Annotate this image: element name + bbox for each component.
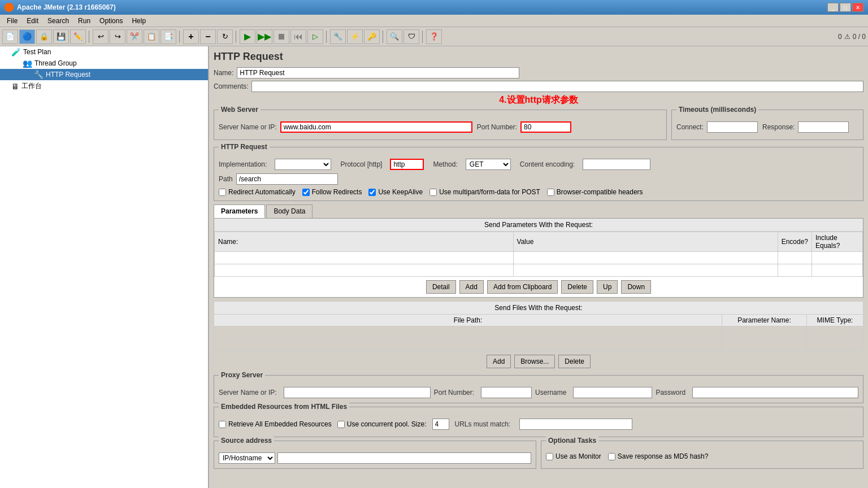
menu-run[interactable]: Run <box>73 16 95 26</box>
toolbar-function-helper[interactable]: 🛡 <box>403 29 419 44</box>
path-input[interactable] <box>236 173 338 185</box>
down-button[interactable]: Down <box>621 280 651 294</box>
server-label: Server Name or IP: <box>219 123 277 131</box>
source-row: IP/Hostname <box>219 452 531 464</box>
proxy-port-input[interactable] <box>481 387 532 398</box>
proxy-title: Proxy Server <box>219 371 265 379</box>
toolbar-new[interactable]: 📄 <box>2 29 18 44</box>
tab-body-data[interactable]: Body Data <box>266 204 313 218</box>
add-button[interactable]: Add <box>459 280 484 294</box>
menu-file[interactable]: File <box>2 16 22 26</box>
md5-checkbox[interactable] <box>608 453 615 460</box>
toolbar-stop[interactable]: ⏹ <box>274 29 289 44</box>
toolbar-copy[interactable]: 📋 <box>144 29 159 44</box>
file-add-button[interactable]: Add <box>487 355 511 368</box>
toolbar-open[interactable]: 🔵 <box>19 29 35 44</box>
add-clipboard-button[interactable]: Add from Clipboard <box>487 280 558 294</box>
col-encode: Encode? <box>778 232 811 252</box>
menu-options[interactable]: Options <box>95 16 127 26</box>
name-label: Name: <box>214 69 233 77</box>
connect-input[interactable] <box>707 121 758 133</box>
monitor-checkbox[interactable] <box>546 453 553 460</box>
concurrent-size-input[interactable] <box>432 419 449 430</box>
toolbar-clear[interactable]: ⚡ <box>347 29 363 44</box>
tree-test-plan[interactable]: 🧪 Test Plan <box>0 46 208 58</box>
separator-1 <box>89 30 90 43</box>
implementation-select[interactable] <box>275 159 331 170</box>
toolbar-save-template[interactable]: 🔒 <box>36 29 52 44</box>
follow-redirects-checkbox[interactable] <box>302 189 310 196</box>
source-address-input[interactable] <box>277 452 531 464</box>
urls-match-input[interactable] <box>519 419 632 430</box>
file-browse-button[interactable]: Browse... <box>514 355 555 368</box>
toolbar-toggle[interactable]: ↻ <box>217 29 233 44</box>
tree-http-request[interactable]: 🔧 HTTP Request <box>0 69 208 80</box>
name-input[interactable] <box>237 67 519 79</box>
file-btn-row: Add Browse... Delete <box>214 351 863 372</box>
toolbar-remove[interactable]: − <box>200 29 216 44</box>
method-select[interactable]: GET <box>466 159 511 170</box>
protocol-label: Protocol [http] <box>340 160 382 168</box>
web-server-title: Web Server <box>219 106 261 114</box>
server-row: Server Name or IP: Port Number: <box>219 121 662 133</box>
name-row: Name: <box>214 67 863 79</box>
comments-row: Comments: <box>214 81 863 92</box>
up-button[interactable]: Up <box>597 280 618 294</box>
browser-compat-label: Browser-compatible headers <box>557 188 643 196</box>
retrieve-checkbox[interactable] <box>219 421 226 428</box>
toolbar-save[interactable]: 💾 <box>53 29 69 44</box>
menu-edit[interactable]: Edit <box>22 16 43 26</box>
tree-thread-group[interactable]: 👥 Thread Group <box>0 58 208 69</box>
protocol-input[interactable] <box>390 159 424 170</box>
toolbar-add[interactable]: + <box>183 29 199 44</box>
toolbar-start-nopauses[interactable]: ▶▶ <box>257 29 272 44</box>
file-delete-button[interactable]: Delete <box>558 355 591 368</box>
embedded-title: Embedded Resources from HTML Files <box>219 403 349 411</box>
source-type-select[interactable]: IP/Hostname <box>219 452 275 464</box>
concurrent-checkbox[interactable] <box>337 421 345 428</box>
main-layout: 🧪 Test Plan 👥 Thread Group 🔧 HTTP Reques… <box>0 46 868 488</box>
toolbar-paste[interactable]: 📑 <box>160 29 176 44</box>
multipart-checkbox[interactable] <box>429 189 437 196</box>
proxy-pass-input[interactable] <box>692 387 858 398</box>
redirect-auto-checkbox[interactable] <box>219 189 226 196</box>
toolbar-browse-templates[interactable]: 🔍 <box>387 29 402 44</box>
server-input[interactable] <box>280 121 472 133</box>
menu-help[interactable]: Help <box>127 16 150 26</box>
browser-compat-checkbox[interactable] <box>547 189 554 196</box>
keepalive-checkbox[interactable] <box>368 189 376 196</box>
web-server-section: Web Server Server Name or IP: Port Numbe… <box>214 110 667 140</box>
follow-redirects-item: Follow Redirects <box>302 188 362 196</box>
content-encoding-input[interactable] <box>583 159 650 170</box>
response-input[interactable] <box>798 121 849 133</box>
toolbar-redo[interactable]: ↪ <box>110 29 125 44</box>
toolbar-start[interactable]: ▶ <box>240 29 255 44</box>
close-button[interactable]: ✕ <box>852 3 863 12</box>
minimize-button[interactable]: _ <box>827 3 839 12</box>
mime-type-col: MIME Type: <box>807 315 863 326</box>
toolbar-clear-all[interactable]: 🔑 <box>364 29 380 44</box>
tree-workbench[interactable]: 🖥 工作台 <box>0 80 208 92</box>
separator-6 <box>422 30 423 43</box>
timeouts-section: Timeouts (milliseconds) Connect: Respons… <box>671 110 863 140</box>
proxy-user-input[interactable] <box>573 387 652 398</box>
delete-button[interactable]: Delete <box>561 280 593 294</box>
toolbar-revert[interactable]: ✏️ <box>70 29 86 44</box>
toolbar: 📄 🔵 🔒 💾 ✏️ ↩ ↪ ✂️ 📋 📑 + − ↻ ▶ ▶▶ ⏹ ⏮ ▷ 🔧… <box>0 27 868 46</box>
port-input[interactable] <box>520 121 571 133</box>
toolbar-help[interactable]: ❓ <box>426 29 442 44</box>
toolbar-search[interactable]: 🔧 <box>330 29 346 44</box>
tab-parameters[interactable]: Parameters <box>214 204 265 218</box>
toolbar-remote-start[interactable]: ▷ <box>307 29 323 44</box>
maximize-button[interactable]: □ <box>840 3 851 12</box>
title-bar: Apache JMeter (2.13 r1665067) _ □ ✕ <box>0 0 868 15</box>
proxy-server-input[interactable] <box>284 387 431 398</box>
toolbar-undo[interactable]: ↩ <box>93 29 108 44</box>
proxy-row: Server Name or IP: Port Number: Username… <box>219 387 858 398</box>
comments-input[interactable] <box>251 81 863 92</box>
toolbar-cut[interactable]: ✂️ <box>127 29 142 44</box>
detail-button[interactable]: Detail <box>426 280 456 294</box>
toolbar-shutdown[interactable]: ⏮ <box>290 29 306 44</box>
files-table: File Path: Parameter Name: MIME Type: <box>214 314 863 351</box>
menu-search[interactable]: Search <box>43 16 73 26</box>
